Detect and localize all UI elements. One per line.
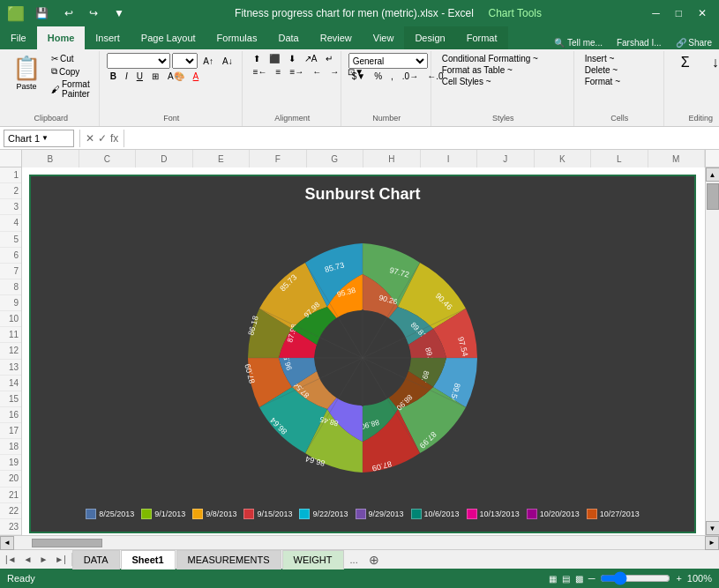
normal-view-button[interactable]: ▦ — [549, 574, 557, 584]
sheet-tab-sheet1[interactable]: Sheet1 — [121, 550, 176, 569]
font-size-select[interactable] — [172, 53, 198, 69]
account-button[interactable]: Farshad I... — [610, 36, 669, 49]
fill-color-button[interactable]: A🎨 — [164, 71, 188, 82]
row-num-17: 17 — [0, 423, 21, 439]
page-layout-view-button[interactable]: ▤ — [562, 574, 570, 584]
align-top-button[interactable]: ⬆ — [250, 53, 264, 64]
chart-container[interactable]: Sunburst Chart — [29, 175, 696, 533]
tab-file[interactable]: File — [0, 26, 37, 49]
hscroll-right-button[interactable]: ► — [705, 536, 719, 550]
ribbon-group-clipboard: 📋 Paste ✂ Cut ⧉ Copy 🖌 Format Painter Cl… — [4, 51, 100, 126]
tell-me-button[interactable]: 🔍 Tell me... — [547, 36, 610, 49]
copy-button[interactable]: ⧉ Copy — [48, 65, 94, 78]
increase-decimal-button[interactable]: .0→ — [399, 71, 422, 82]
sheet-nav-prev[interactable]: ◄ — [20, 553, 36, 566]
row-num-8: 8 — [0, 279, 21, 295]
row-num-15: 15 — [0, 391, 21, 407]
increase-indent-button[interactable]: → — [326, 66, 342, 78]
scroll-down-button[interactable]: ▼ — [706, 521, 720, 535]
scroll-up-button[interactable]: ▲ — [706, 167, 720, 182]
tab-insert[interactable]: Insert — [85, 26, 131, 49]
legend-item-9: 10/20/2013 — [527, 509, 580, 519]
bold-button[interactable]: B — [107, 71, 120, 82]
row-num-3: 3 — [0, 199, 21, 215]
tab-view[interactable]: View — [363, 26, 405, 49]
orientation-button[interactable]: ↗A — [301, 53, 321, 64]
quick-save-button[interactable]: 💾 — [30, 5, 54, 21]
cancel-formula-button[interactable]: ✕ — [86, 132, 94, 145]
align-bottom-button[interactable]: ⬇ — [285, 53, 299, 64]
col-header-k: K — [535, 150, 592, 167]
tab-home[interactable]: Home — [37, 26, 86, 49]
format-painter-button[interactable]: 🖌 Format Painter — [48, 78, 94, 100]
hscroll-left-button[interactable]: ◄ — [0, 536, 14, 550]
minimize-button[interactable]: ─ — [647, 5, 665, 21]
sheet-more-button[interactable]: ... — [345, 555, 363, 565]
zoom-slider[interactable] — [600, 571, 670, 585]
share-button[interactable]: 🔗 Share — [669, 36, 719, 49]
number-format-select[interactable]: General — [348, 53, 428, 69]
align-middle-button[interactable]: ⬛ — [266, 53, 283, 64]
fill-button[interactable]: ↓ — [701, 53, 719, 72]
insert-cells-button[interactable]: Insert ~ — [581, 53, 658, 64]
page-break-view-button[interactable]: ▩ — [575, 574, 583, 584]
confirm-formula-button[interactable]: ✓ — [98, 132, 107, 145]
close-button[interactable]: ✕ — [693, 5, 712, 21]
align-right-button[interactable]: ≡→ — [286, 66, 307, 78]
sheet-tab-data[interactable]: DATA — [72, 550, 120, 569]
row-num-13: 13 — [0, 360, 21, 376]
decrease-indent-button[interactable]: ← — [309, 66, 325, 78]
cell-styles-label: Cell Styles ~ — [442, 77, 491, 86]
comma-style-button[interactable]: , — [387, 71, 397, 82]
zoom-in-icon: + — [676, 573, 681, 584]
cut-button[interactable]: ✂ Cut — [48, 53, 94, 64]
add-sheet-button[interactable]: ⊕ — [363, 553, 385, 567]
vertical-scrollbar[interactable]: ▲ ▼ — [705, 167, 719, 535]
wrap-text-button[interactable]: ↵ — [322, 53, 336, 64]
sheet-nav-first[interactable]: |◄ — [2, 553, 20, 566]
tab-review[interactable]: Review — [310, 26, 363, 49]
autosum-button[interactable]: Σ — [671, 53, 700, 72]
tab-data[interactable]: Data — [267, 26, 309, 49]
align-left-button[interactable]: ≡← — [250, 66, 271, 78]
scroll-thumb[interactable] — [707, 183, 719, 210]
sheet-tab-measurements[interactable]: MEASUREMENTS — [176, 550, 281, 569]
conditional-formatting-button[interactable]: Conditional Formatting ~ — [438, 53, 568, 64]
align-center-button[interactable]: ≡ — [273, 66, 285, 78]
paste-button[interactable]: 📋 Paste — [9, 53, 44, 93]
undo-button[interactable]: ↩ — [59, 5, 79, 21]
tab-format[interactable]: Format — [456, 26, 508, 49]
font-color-button[interactable]: A — [190, 71, 203, 82]
insert-function-button[interactable]: fx — [110, 132, 118, 145]
italic-button[interactable]: I — [122, 71, 131, 82]
horizontal-scrollbar[interactable]: ◄ ► — [0, 535, 719, 549]
increase-font-button[interactable]: A↑ — [199, 56, 217, 67]
sheet-nav-next[interactable]: ► — [35, 553, 51, 566]
legend-label-1: 8/25/2013 — [99, 510, 134, 518]
cell-styles-button[interactable]: Cell Styles ~ — [438, 76, 568, 87]
tab-formulas[interactable]: Formulas — [206, 26, 268, 49]
legend-label-7: 10/6/2013 — [424, 510, 460, 518]
customize-qat-button[interactable]: ▼ — [109, 5, 130, 21]
font-family-select[interactable] — [107, 53, 170, 69]
sheet-nav-last[interactable]: ►| — [51, 553, 70, 566]
percent-button[interactable]: % — [371, 71, 386, 82]
format-cells-button[interactable]: Format ~ — [581, 76, 658, 87]
tab-design[interactable]: Design — [404, 26, 455, 49]
hscroll-thumb[interactable] — [32, 539, 102, 547]
ribbon-group-font: A↑ A↓ B I U ⊞ A🎨 A Font — [101, 51, 243, 126]
redo-button[interactable]: ↪ — [84, 5, 103, 21]
accounting-format-button[interactable]: $▼ — [348, 71, 369, 82]
border-button[interactable]: ⊞ — [148, 71, 162, 82]
restore-button[interactable]: □ — [670, 5, 687, 21]
underline-button[interactable]: U — [133, 71, 146, 82]
sheet-tab-weight[interactable]: WEIGHT — [282, 550, 344, 569]
name-box[interactable]: Chart 1 ▼ — [4, 130, 74, 147]
row-num-18: 18 — [0, 439, 21, 455]
delete-cells-button[interactable]: Delete ~ — [581, 64, 658, 76]
col-header-d: D — [136, 150, 193, 167]
format-as-table-button[interactable]: Format as Table ~ — [438, 64, 568, 76]
decrease-font-button[interactable]: A↓ — [219, 56, 236, 67]
tab-page-layout[interactable]: Page Layout — [131, 26, 206, 49]
formula-input[interactable] — [130, 130, 715, 147]
